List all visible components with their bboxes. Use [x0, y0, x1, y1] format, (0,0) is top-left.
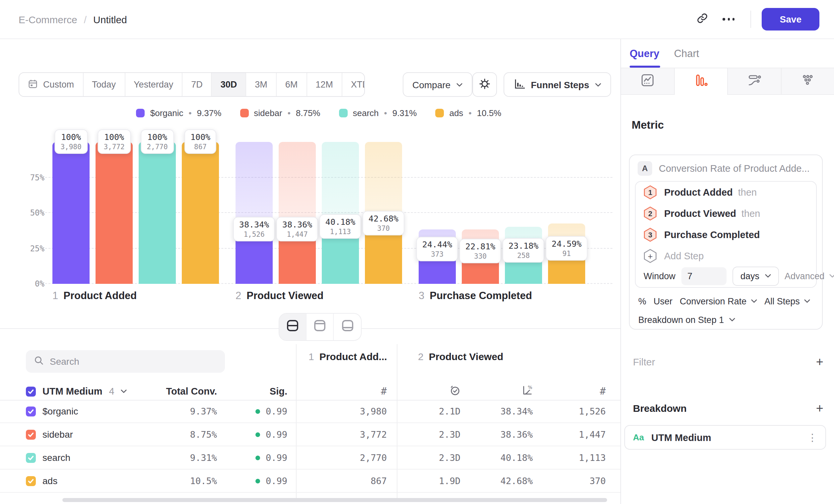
- row-checkbox[interactable]: [26, 453, 36, 462]
- total-conv-header[interactable]: Total Conv.: [119, 383, 217, 400]
- search-icon: [34, 355, 44, 368]
- row-checkbox[interactable]: [26, 429, 36, 439]
- measure-%[interactable]: %: [638, 296, 646, 306]
- measure-conversion-rate[interactable]: Conversion Rate: [680, 296, 757, 306]
- layout-chart-only-button[interactable]: [307, 314, 334, 340]
- range-tab-12m[interactable]: 12M: [307, 73, 342, 96]
- step2-count-header[interactable]: #: [546, 383, 606, 400]
- save-button[interactable]: Save: [762, 8, 819, 30]
- bar-organic-step1[interactable]: [52, 142, 90, 284]
- breadcrumb-page-title[interactable]: Untitled: [93, 14, 127, 25]
- horizontal-scrollbar[interactable]: [62, 498, 607, 502]
- bar-value-label: 100%3,772: [97, 129, 130, 154]
- add-filter-button[interactable]: +: [816, 355, 824, 368]
- filter-section: Filter +: [633, 354, 824, 369]
- range-tab-7d[interactable]: 7D: [182, 73, 212, 96]
- add-breakdown-button[interactable]: +: [816, 402, 824, 414]
- cell-conv: 38.36%: [473, 423, 533, 445]
- bar-sidebar-step1[interactable]: [95, 142, 133, 284]
- metric-title-row[interactable]: A Conversion Rate of Product Adde...: [638, 160, 815, 177]
- group-column-header[interactable]: UTM Medium 4: [26, 383, 127, 400]
- cell-avg_time: 2.3D: [401, 446, 460, 469]
- range-tab-custom[interactable]: Custom: [19, 73, 83, 96]
- layout-table-only-button[interactable]: [334, 314, 361, 340]
- range-tab-30d[interactable]: 30D: [212, 73, 246, 96]
- bar-ads-step1[interactable]: [182, 142, 219, 284]
- share-link-button[interactable]: [691, 8, 714, 30]
- tab-query[interactable]: Query: [630, 47, 659, 59]
- more-options-button[interactable]: [718, 8, 740, 30]
- range-tab-6m[interactable]: 6M: [277, 73, 307, 96]
- query-step-2[interactable]: 2Product Viewedthen: [643, 203, 811, 224]
- query-step-3[interactable]: 3Purchase Completed: [643, 224, 811, 245]
- bar-search-step1[interactable]: [139, 142, 176, 284]
- sig-header[interactable]: Sig.: [221, 383, 287, 400]
- time-to-convert-icon: [449, 384, 460, 398]
- cell-sig: 0.99: [221, 446, 287, 469]
- range-tab-yesterday[interactable]: Yesterday: [125, 73, 182, 96]
- y-axis-tick: 75%: [11, 173, 44, 182]
- sig-value: 0.99: [266, 406, 287, 416]
- layout-split-button[interactable]: [279, 314, 307, 340]
- cell-sig: 0.99: [221, 400, 287, 422]
- table-row-ads[interactable]: ads10.5%0.998671.9D42.68%370: [0, 469, 620, 493]
- bar-count: 373: [422, 250, 452, 258]
- chevron-down-icon: [751, 299, 757, 303]
- total-value: 9.31%: [190, 452, 217, 463]
- chart-type-selector[interactable]: Funnel Steps: [504, 72, 611, 97]
- table-row-sidebar[interactable]: sidebar8.75%0.993,7722.3D38.36%1,447: [0, 423, 620, 446]
- measure-label: %: [638, 296, 646, 306]
- cell-conv: 38.34%: [473, 400, 533, 422]
- breakdown-on-step-dropdown[interactable]: Breakdown on Step 1: [638, 313, 735, 326]
- chevron-down-icon: [595, 83, 601, 87]
- legend-item-search[interactable]: search•9.31%: [339, 108, 417, 118]
- select-all-checkbox[interactable]: [26, 386, 36, 396]
- chart-settings-button[interactable]: [473, 72, 497, 97]
- advanced-dropdown[interactable]: Advanced: [785, 271, 834, 281]
- tab-funnel-chart[interactable]: [675, 68, 728, 95]
- range-tab-label: 3M: [255, 79, 267, 90]
- bar-count: 370: [369, 224, 398, 232]
- legend-pct: 9.37%: [197, 108, 222, 118]
- avg_time-value: 2.3D: [439, 429, 460, 440]
- window-unit-dropdown[interactable]: days: [732, 266, 778, 285]
- range-tab-xtd[interactable]: XTD: [342, 73, 365, 96]
- legend-item-sidebar[interactable]: sidebar•8.75%: [240, 108, 320, 118]
- table-row-search[interactable]: search9.31%0.992,7702.3D40.18%1,113: [0, 446, 620, 469]
- breadcrumb-separator: /: [84, 14, 87, 25]
- compare-button[interactable]: Compare: [402, 72, 473, 97]
- tab-scatter-chart[interactable]: [781, 68, 834, 95]
- search-input[interactable]: [50, 356, 217, 367]
- legend-item-ads[interactable]: ads•10.5%: [435, 108, 501, 118]
- window-value-input[interactable]: [681, 267, 726, 285]
- step-badge-number: 3: [643, 227, 657, 242]
- measure-user[interactable]: User: [654, 296, 673, 306]
- range-tab-3m[interactable]: 3M: [246, 73, 277, 96]
- avg-time-header[interactable]: [401, 383, 460, 400]
- bar-value-label: 42.68%370: [363, 210, 404, 235]
- legend-item-organic[interactable]: $organic•9.37%: [136, 108, 222, 118]
- breadcrumb-project[interactable]: E-Commerce: [19, 14, 77, 25]
- step1-count-header[interactable]: #: [302, 383, 387, 400]
- bar-value-label: 38.36%1,447: [276, 217, 318, 242]
- significance-dot: [256, 432, 260, 437]
- measure-all-steps[interactable]: All Steps: [764, 296, 810, 306]
- conversion-chart-icon: %: [522, 384, 533, 398]
- tab-line-chart[interactable]: [621, 68, 675, 95]
- add-step-button[interactable]: + Add Step: [643, 245, 811, 267]
- range-tab-today[interactable]: Today: [83, 73, 125, 96]
- cell-conv: 40.18%: [473, 446, 533, 469]
- avg_time-value: 2.3D: [439, 452, 460, 463]
- tab-flow-chart[interactable]: [728, 68, 781, 95]
- table-row-organic[interactable]: $organic9.37%0.993,9802.1D38.34%1,526: [0, 400, 620, 423]
- query-step-1[interactable]: 1Product Addedthen: [643, 182, 811, 203]
- legend-swatch: [339, 109, 348, 117]
- conv-rate-header[interactable]: %: [473, 383, 533, 400]
- kebab-menu-icon[interactable]: ⋮: [808, 431, 817, 443]
- group-column-label: UTM Medium: [42, 386, 102, 396]
- row-checkbox[interactable]: [26, 476, 36, 486]
- row-checkbox[interactable]: [26, 406, 36, 416]
- s2_count-value: 1,447: [579, 429, 606, 440]
- breakdown-property-card[interactable]: Aa UTM Medium ⋮: [624, 425, 826, 450]
- tab-chart[interactable]: Chart: [674, 47, 699, 59]
